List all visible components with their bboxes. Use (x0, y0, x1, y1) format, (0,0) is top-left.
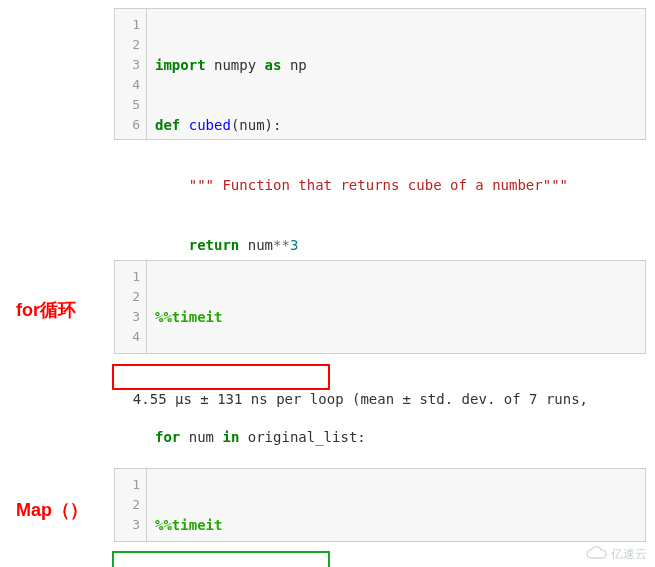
output-rest: (mean ± std. dev. of 7 runs, (352, 391, 588, 407)
line-number: 2 (115, 287, 140, 307)
gutter-map: 1 2 3 (115, 469, 147, 541)
watermark: 亿速云 (585, 546, 647, 563)
code-line: for num in original_list: (155, 427, 637, 447)
line-number: 3 (115, 307, 140, 327)
line-number: 4 (115, 327, 140, 347)
gutter-for: 1 2 3 4 (115, 261, 147, 353)
cloud-icon (585, 546, 607, 563)
label-map: Map（） (16, 498, 88, 522)
code-line: %%timeit (155, 307, 637, 327)
code-line: def cubed(num): (155, 115, 637, 135)
gutter-setup: 1 2 3 4 5 6 (115, 9, 147, 139)
output-highlight: 4.55 µs ± 131 ns per loop (133, 391, 352, 407)
code-block-map: 1 2 3 %%timeit cubed_list = [] cubed_lis… (114, 468, 646, 542)
code-line: return num**3 (155, 235, 637, 255)
code-block-for: 1 2 3 4 %%timeit cubed_list = [] for num… (114, 260, 646, 354)
code-block-setup: 1 2 3 4 5 6 import numpy as np def cubed… (114, 8, 646, 140)
watermark-text: 亿速云 (611, 546, 647, 563)
line-number: 2 (115, 495, 140, 515)
line-number: 3 (115, 515, 140, 535)
code-line: %%timeit (155, 515, 637, 535)
label-for-loop: for循环 (16, 298, 76, 322)
line-number: 1 (115, 15, 140, 35)
code-line: """ Function that returns cube of a numb… (155, 175, 637, 195)
output-map: 4.19 µs ± 110 ns per loop (mean ± std. d… (114, 553, 655, 567)
line-number: 5 (115, 95, 140, 115)
output-for: 4.55 µs ± 131 ns per loop (mean ± std. d… (114, 366, 655, 410)
line-number: 6 (115, 115, 140, 135)
line-number: 2 (115, 35, 140, 55)
line-number: 1 (115, 267, 140, 287)
line-number: 4 (115, 75, 140, 95)
code-line: import numpy as np (155, 55, 637, 75)
line-number: 3 (115, 55, 140, 75)
line-number: 1 (115, 475, 140, 495)
